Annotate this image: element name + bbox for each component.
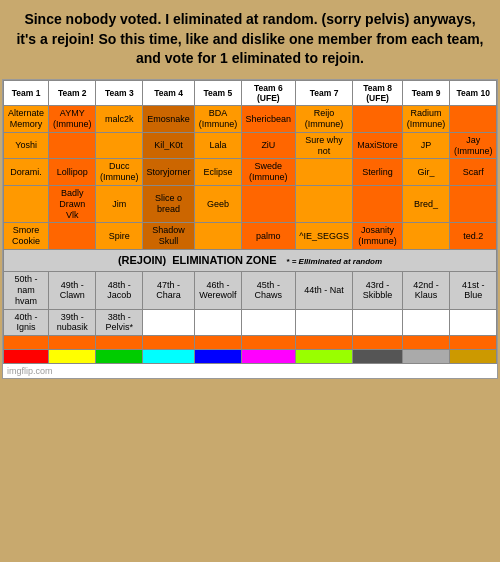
team10-header: Team 10 [450,80,497,105]
cell: Radium (Immune) [402,106,450,133]
team9-header: Team 9 [402,80,450,105]
team1-header: Team 1 [4,80,49,105]
cell: Eclipse [194,159,241,186]
cell: Bred_ [402,185,450,222]
elim-cell: 38th - Pelvis* [96,309,143,336]
color-cell [402,336,450,350]
cell: Sterling [353,159,403,186]
team6-header: Team 6(UFE) [241,80,295,105]
elim-zone-label: (REJOIN) ELIMINATION ZONE * = Elliminate… [4,249,497,271]
teams-table: Team 1 Team 2 Team 3 Team 4 Team 5 Team … [3,80,497,364]
table-row: Smore Cookie Spire Shadow Skull palmo ^I… [4,223,497,250]
elim-row: 50th - nam hvam 49th - Clawn 48th - Jaco… [4,272,497,309]
cell: Shericbean [241,106,295,133]
elim-cell: 49th - Clawn [49,272,96,309]
elim-cell [402,309,450,336]
elim-note: * = Elliminated at random [280,257,382,266]
team2-header: Team 2 [49,80,96,105]
color-cell [96,336,143,350]
color-cell-lime [295,350,352,364]
team8-header: Team 8(UFE) [353,80,403,105]
color-cell-darkgray [353,350,403,364]
team4-header: Team 4 [143,80,195,105]
color-cell [241,336,295,350]
elim-cell [295,309,352,336]
elim-cell [241,309,295,336]
elim-cell [143,309,195,336]
cell: Swede (Immune) [241,159,295,186]
elim-cell: 45th - Chaws [241,272,295,309]
elim-row: 40th - Ignis 39th - nubasik 38th - Pelvi… [4,309,497,336]
imgflip-watermark: imgflip.com [3,364,497,378]
elim-cell: 48th - Jacob [96,272,143,309]
elim-cell: 47th - Chara [143,272,195,309]
cell: Lollipop [49,159,96,186]
cell [49,132,96,159]
cell: Jay (Immune) [450,132,497,159]
elim-cell: 41st - Blue [450,272,497,309]
elim-zone-header-row: (REJOIN) ELIMINATION ZONE * = Elliminate… [4,249,497,271]
cell: BDA (Immune) [194,106,241,133]
color-cell [353,336,403,350]
cell [241,185,295,222]
color-cell-red [4,350,49,364]
color-cell [49,336,96,350]
cell: Sure why not [295,132,352,159]
color-cell-yellow [49,350,96,364]
elim-cell: 50th - nam hvam [4,272,49,309]
elim-cell: 39th - nubasik [49,309,96,336]
cell: Badly Drawn Vlk [49,185,96,222]
teams-grid: Team 1 Team 2 Team 3 Team 4 Team 5 Team … [2,79,498,379]
color-cell-gray [402,350,450,364]
cell: Emosnake [143,106,195,133]
color-cell [295,336,352,350]
cell: Smore Cookie [4,223,49,250]
elim-cell [353,309,403,336]
cell: Ducc (Immune) [96,159,143,186]
color-cell [450,336,497,350]
elim-cell: 43rd - Skibble [353,272,403,309]
cell: JP [402,132,450,159]
cell: Scarf [450,159,497,186]
cell [4,185,49,222]
cell [49,223,96,250]
table-row: Alternate Memory AYMY (Immune) malc2k Em… [4,106,497,133]
cell: Jim [96,185,143,222]
cell: Alternate Memory [4,106,49,133]
table-row: Badly Drawn Vlk Jim Slice o bread Geeb B… [4,185,497,222]
color-cell [194,336,241,350]
cell [353,185,403,222]
table-row: Dorami. Lollipop Ducc (Immune) Storyjorn… [4,159,497,186]
cell: malc2k [96,106,143,133]
cell: ZiU [241,132,295,159]
cell [96,132,143,159]
cell [450,106,497,133]
elim-cell: 42nd - Klaus [402,272,450,309]
color-cell-gold [450,350,497,364]
color-cell-blue [194,350,241,364]
elim-cell: 44th - Nat [295,272,352,309]
cell: Spire [96,223,143,250]
team5-header: Team 5 [194,80,241,105]
cell [353,106,403,133]
color-row-1 [4,336,497,350]
cell: MaxiStore [353,132,403,159]
announcement: Since nobody voted. I eliminated at rand… [0,0,500,79]
cell: palmo [241,223,295,250]
cell: Lala [194,132,241,159]
cell: ^IE_SEGGS [295,223,352,250]
elim-cell [450,309,497,336]
cell [194,223,241,250]
cell: Dorami. [4,159,49,186]
cell: Josanity (Immune) [353,223,403,250]
cell [450,185,497,222]
color-row-2 [4,350,497,364]
cell [295,185,352,222]
cell [295,159,352,186]
color-cell [4,336,49,350]
cell: Shadow Skull [143,223,195,250]
cell: ted.2 [450,223,497,250]
color-cell-magenta [241,350,295,364]
team3-header: Team 3 [96,80,143,105]
cell: Reijo (Immune) [295,106,352,133]
